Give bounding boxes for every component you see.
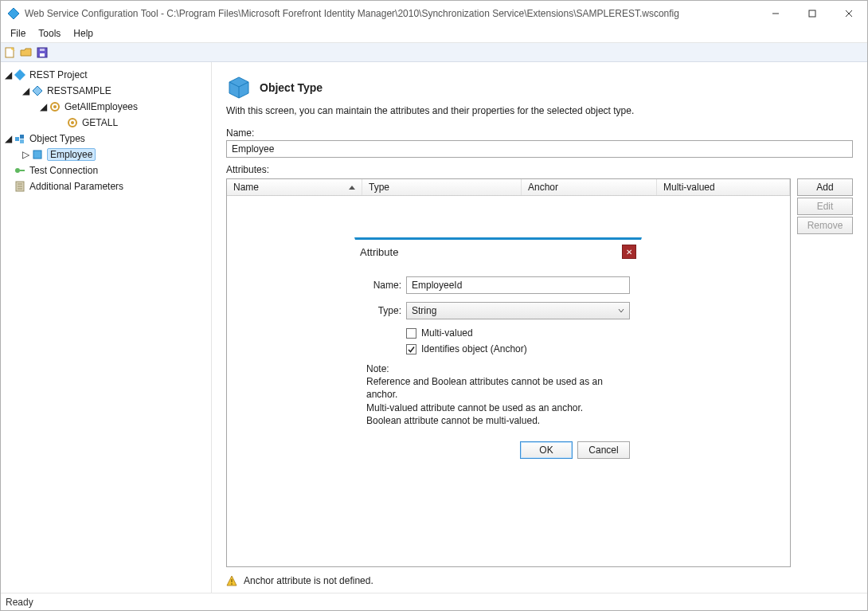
warning-text: Anchor attribute is not defined. (244, 575, 373, 586)
svg-rect-15 (15, 137, 19, 141)
attr-name-label: Name: (366, 280, 401, 291)
menu-tools[interactable]: Tools (32, 25, 67, 42)
warning-bar: Anchor attribute is not defined. (212, 570, 867, 593)
expander-icon[interactable]: ▷ (22, 151, 29, 159)
attr-type-select[interactable]: String (406, 302, 630, 319)
menu-bar: File Tools Help (1, 25, 867, 43)
anchor-checkbox[interactable] (406, 344, 416, 354)
warning-icon (226, 575, 237, 586)
col-name[interactable]: Name (227, 179, 362, 195)
col-type[interactable]: Type (362, 179, 522, 195)
tree-node-additional-parameters[interactable]: ◢ Additional Parameters (2, 178, 209, 194)
test-icon (14, 164, 26, 177)
toolbar (1, 43, 867, 62)
svg-rect-17 (20, 139, 24, 143)
svg-point-29 (231, 583, 233, 585)
cube-icon (226, 75, 252, 100)
attributes-list[interactable]: Name Type Anchor Multi-valued Attribute … (226, 178, 791, 567)
anchor-checkbox-row[interactable]: Identifies object (Anchor) (406, 343, 630, 354)
window-title: Web Service Configuration Tool - C:\Prog… (25, 8, 679, 19)
tree-node-test-connection[interactable]: ◢ Test Connection (2, 163, 209, 178)
expander-icon[interactable]: ◢ (39, 103, 47, 111)
tree-node-object-types[interactable]: ◢ Object Types (2, 131, 209, 147)
datasource-icon (31, 84, 44, 97)
chevron-down-icon (618, 307, 624, 314)
tree-node-employee[interactable]: ▷ Employee (2, 147, 209, 163)
col-anchor[interactable]: Anchor (522, 179, 657, 195)
menu-help[interactable]: Help (67, 25, 100, 42)
open-icon[interactable] (20, 46, 33, 59)
expander-icon[interactable]: ◢ (4, 135, 12, 143)
page-description: With this screen, you can maintain the a… (226, 105, 853, 116)
operation-icon (49, 100, 61, 113)
name-label: Name: (226, 127, 853, 139)
multi-valued-checkbox-row[interactable]: Multi-valued (406, 327, 630, 339)
attr-name-input[interactable] (406, 276, 630, 294)
dialog-ok-button[interactable]: OK (520, 441, 573, 459)
project-tree[interactable]: ◢ REST Project ◢ RESTSAMPLE ◢ GetAllEmpl… (1, 62, 212, 593)
save-icon[interactable] (36, 46, 49, 59)
object-name-input[interactable] (226, 140, 853, 158)
attribute-dialog: Attribute ✕ Name: Type: (354, 237, 642, 468)
svg-rect-16 (20, 135, 24, 139)
attributes-label: Attributes: (226, 164, 853, 175)
params-icon (14, 180, 26, 193)
svg-rect-2 (809, 10, 815, 17)
add-button[interactable]: Add (797, 178, 853, 196)
minimize-button[interactable] (757, 1, 794, 25)
status-bar: Ready (1, 593, 867, 610)
list-body: Attribute ✕ Name: Type: (227, 196, 790, 566)
svg-point-19 (15, 168, 20, 173)
attr-type-label: Type: (366, 305, 401, 316)
svg-rect-18 (33, 151, 41, 159)
new-icon[interactable] (4, 46, 17, 59)
col-multi[interactable]: Multi-valued (657, 179, 790, 195)
dialog-note: Note: Reference and Boolean attributes c… (366, 362, 630, 427)
title-bar: Web Service Configuration Tool - C:\Prog… (1, 1, 867, 25)
menu-file[interactable]: File (4, 25, 32, 42)
svg-rect-9 (40, 49, 45, 51)
dialog-title: Attribute (360, 246, 398, 258)
svg-point-12 (53, 105, 57, 108)
tree-node-getallemployees[interactable]: ◢ GetAllEmployees (2, 99, 209, 115)
dialog-cancel-button[interactable]: Cancel (577, 441, 630, 459)
expander-icon[interactable]: ◢ (22, 87, 29, 95)
tree-node-rest-project[interactable]: ◢ REST Project (2, 67, 209, 83)
sort-asc-icon (349, 186, 355, 190)
edit-button[interactable]: Edit (797, 198, 853, 215)
app-icon (7, 7, 20, 20)
project-icon (14, 69, 26, 81)
svg-rect-20 (20, 170, 25, 171)
page-heading: Object Type (260, 81, 323, 94)
expander-icon[interactable]: ◢ (4, 71, 12, 79)
dialog-close-button[interactable]: ✕ (622, 245, 636, 259)
svg-marker-10 (14, 69, 25, 80)
tree-node-getall[interactable]: ◢ GETALL (2, 115, 209, 131)
tree-node-restsample[interactable]: ◢ RESTSAMPLE (2, 83, 209, 99)
svg-rect-8 (40, 53, 45, 57)
list-header: Name Type Anchor Multi-valued (227, 179, 790, 196)
close-button[interactable] (831, 1, 867, 25)
multi-valued-checkbox[interactable] (406, 328, 416, 339)
svg-marker-0 (8, 8, 19, 19)
svg-point-14 (71, 121, 74, 124)
maximize-button[interactable] (794, 1, 831, 25)
cubes-icon (14, 132, 26, 145)
remove-button[interactable]: Remove (797, 217, 853, 234)
cube-icon (31, 148, 44, 161)
operation-icon (66, 116, 79, 129)
